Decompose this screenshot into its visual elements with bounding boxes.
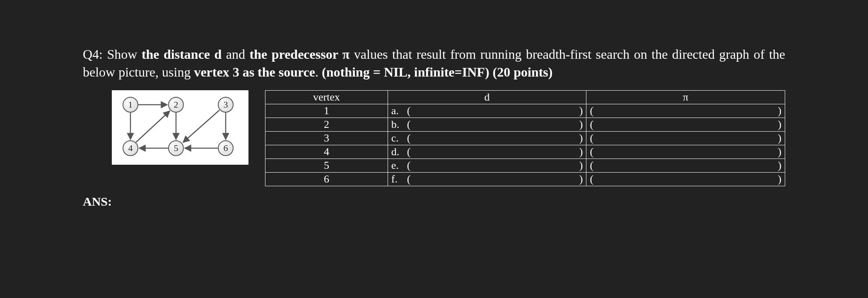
svg-line-6	[183, 110, 219, 142]
paren-open: (	[407, 105, 411, 117]
q-bold-1: the distance d	[142, 47, 222, 62]
cell-pi: ()	[586, 159, 785, 173]
row-label: e.	[391, 159, 403, 172]
paren-close: )	[778, 146, 781, 158]
cell-vertex: 2	[265, 118, 388, 132]
paren-close: )	[778, 132, 781, 144]
cell-vertex: 1	[265, 104, 388, 118]
q-bold-4: (nothing = NIL, infinite=INF) (20 points…	[322, 65, 552, 79]
paren-open: (	[407, 132, 411, 144]
cell-d: c.()	[388, 132, 586, 145]
paren-close: )	[579, 105, 583, 117]
cell-vertex: 4	[265, 145, 388, 159]
table-row: 5 e.() ()	[265, 159, 785, 173]
cell-d: f.()	[388, 173, 586, 186]
row-label: c.	[391, 132, 403, 144]
cell-pi: ()	[586, 173, 785, 186]
paren-close: )	[778, 159, 781, 172]
paren-open: (	[407, 146, 411, 158]
cell-d: a.()	[388, 104, 586, 118]
cell-pi: ()	[586, 145, 785, 159]
paren-close: )	[778, 118, 781, 131]
header-pi: π	[586, 91, 785, 104]
q-mid-3: .	[315, 65, 322, 79]
q-bold-2: the predecessor π	[250, 47, 350, 62]
paren-open: (	[590, 173, 593, 185]
paren-close: )	[579, 173, 583, 185]
table-row: 1 a.() ()	[265, 104, 785, 118]
paren-open: (	[590, 159, 593, 172]
q-prefix: Q4: Show	[83, 47, 142, 62]
paren-close: )	[778, 105, 781, 117]
row-label: f.	[391, 173, 403, 185]
q-mid-1: and	[222, 47, 249, 62]
paren-open: (	[590, 146, 593, 158]
header-vertex: vertex	[265, 91, 388, 104]
cell-d: e.()	[388, 159, 586, 173]
row-label: a.	[391, 105, 403, 117]
q-bold-3: vertex 3 as the source	[194, 65, 315, 79]
paren-open: (	[590, 132, 593, 144]
paren-open: (	[590, 105, 593, 117]
table-row: 6 f.() ()	[265, 173, 785, 186]
graph-image: 1 2 3 4 5 6	[112, 90, 248, 165]
cell-pi: ()	[586, 118, 785, 132]
paren-open: (	[407, 173, 411, 185]
svg-line-2	[136, 111, 170, 142]
paren-open: (	[590, 118, 593, 131]
cell-vertex: 3	[265, 132, 388, 145]
cell-d: d.()	[388, 145, 586, 159]
cell-pi: ()	[586, 132, 785, 145]
answer-label: ANS:	[83, 195, 785, 209]
cell-vertex: 6	[265, 173, 388, 186]
answer-table: vertex d π 1 a.() () 2 b.() () 3 c.() ()…	[265, 90, 785, 186]
row-label: b.	[391, 118, 403, 131]
cell-vertex: 5	[265, 159, 388, 173]
paren-close: )	[579, 159, 583, 172]
table-row: 3 c.() ()	[265, 132, 785, 145]
paren-close: )	[579, 146, 583, 158]
table-header-row: vertex d π	[265, 91, 785, 104]
paren-open: (	[407, 118, 411, 131]
paren-open: (	[407, 159, 411, 172]
cell-pi: ()	[586, 104, 785, 118]
paren-close: )	[778, 173, 781, 185]
paren-close: )	[579, 118, 583, 131]
question-text: Q4: Show the distance d and the predeces…	[83, 46, 785, 81]
header-d: d	[388, 91, 586, 104]
paren-close: )	[579, 132, 583, 144]
cell-d: b.()	[388, 118, 586, 132]
row-label: d.	[391, 146, 403, 158]
table-row: 2 b.() ()	[265, 118, 785, 132]
table-row: 4 d.() ()	[265, 145, 785, 159]
